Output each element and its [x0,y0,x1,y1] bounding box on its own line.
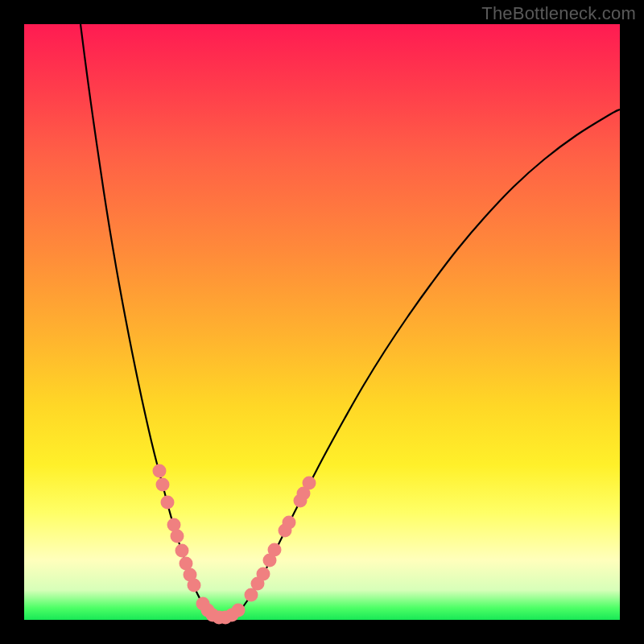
data-dot [156,478,170,492]
data-dot [268,543,282,557]
chart-svg [24,24,620,620]
data-dot [175,544,189,558]
data-dots-group [153,464,316,625]
data-dot [283,516,296,530]
data-dot [303,477,316,490]
data-dot [153,464,167,478]
chart-gradient-area [24,24,620,620]
data-dot [257,568,270,581]
watermark-text: TheBottleneck.com [481,3,636,24]
chart-frame: TheBottleneck.com [0,0,644,644]
data-dot [171,530,184,543]
data-dot [188,579,201,592]
data-dot [161,496,175,510]
data-dot [232,604,246,617]
bottleneck-curve [80,24,620,618]
